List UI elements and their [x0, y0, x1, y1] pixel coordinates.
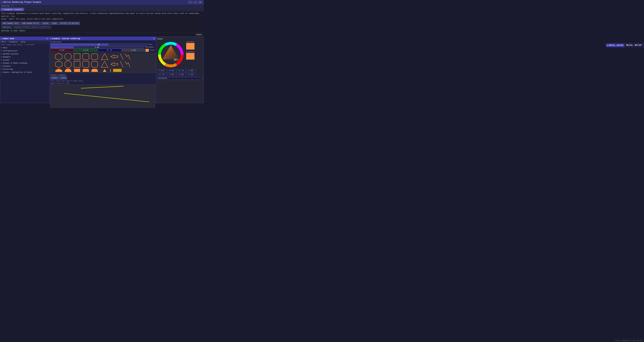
tree-item-layout[interactable]: ▶ Layout [0, 59, 49, 62]
console-tab-icon: ◈ [2, 8, 4, 11]
svg-line-7 [120, 54, 123, 60]
size-slider[interactable]: 36 [50, 43, 147, 46]
console-output: Welcome to Dear ImGui! [0, 29, 204, 33]
tree-label-layout: Layout [3, 59, 10, 61]
picker-s-value[interactable]: S:194 [167, 73, 176, 76]
color-b-label: B: 61 [107, 49, 112, 51]
canvas-section: Canvas example Clear Undo Left-click and… [49, 73, 156, 108]
tree-item-configuration[interactable]: ▶ Configuration [0, 49, 49, 52]
imgui-demo-tree: ▶ Help ▶ Configuration ▶ Window options … [0, 46, 49, 103]
svg-rect-12 [91, 61, 98, 67]
tree-arrow-columns: ▶ [1, 65, 2, 67]
close-button[interactable]: ✕ [198, 1, 202, 4]
tree-label-help: Help [3, 47, 7, 49]
current-original-swatches: Current Original [186, 41, 194, 60]
svg-point-1 [65, 53, 72, 60]
color-values-row1: R:255 G:142 B: 61 A:255 [157, 69, 202, 72]
copy-button[interactable]: Copy [50, 22, 58, 25]
thickness-slider[interactable]: 4.00 [50, 46, 144, 49]
svg-marker-21 [101, 69, 108, 72]
color-channel-r[interactable]: R:255 [50, 49, 74, 52]
drawing-canvas[interactable] [50, 85, 155, 108]
canvas-label: Canvas example [50, 74, 155, 76]
color-picker-panel: Color [156, 37, 204, 103]
thickness-value: 4.00 [50, 46, 144, 49]
options-button[interactable]: Options [1, 26, 12, 29]
canvas-lines-svg [50, 85, 155, 108]
color-channel-a[interactable]: A:255 [122, 49, 145, 52]
svg-point-17 [65, 69, 72, 72]
color-wheel-area: Current Original [157, 41, 202, 68]
console-tab-label: Example: Console [4, 9, 22, 11]
canvas-clear-button[interactable]: Clear [50, 76, 59, 79]
tree-item-columns[interactable]: ▶ Columns [0, 65, 49, 68]
imgui-demo-close-button[interactable]: ✕ [46, 37, 48, 40]
tree-arrow-filtering: ▶ [1, 68, 2, 70]
tree-item-window-options[interactable]: ▶ Window options [0, 52, 49, 55]
picker-h-value[interactable]: H: 18 [157, 73, 166, 76]
thickness-label: Thickness [145, 46, 155, 48]
color-wheel-svg [157, 41, 184, 68]
add-dummy-text-button[interactable]: Add Dummy Text [1, 22, 20, 25]
tree-item-widgets[interactable]: ▶ Widgets [0, 55, 49, 59]
svg-rect-10 [74, 61, 80, 67]
canvas-undo-button[interactable]: Undo [60, 76, 67, 79]
picker-a2-value[interactable]: A:255 [186, 73, 196, 76]
console-filter-row: Options [0, 25, 204, 29]
docking-help[interactable]: (?) [10, 5, 14, 7]
custom-rendering-close-button[interactable]: ✕ [153, 37, 155, 40]
color-wheel-wrapper[interactable] [157, 41, 184, 68]
imgui-demo-panel: ◈ ImGui Demo ✕ Menu Examples Help dear i… [0, 37, 49, 103]
picker-r-value[interactable]: R:255 [157, 69, 166, 72]
clear-button[interactable]: Clear [41, 22, 50, 25]
color-preview-swatch[interactable] [146, 49, 149, 52]
menu-item-examples[interactable]: Examples [8, 41, 18, 43]
color-label: Color [150, 49, 155, 51]
imgui-demo-title: ImGui Demo [3, 38, 14, 40]
console-desc-line2: Enter 'HELP' for help, press TAB to use … [1, 18, 202, 21]
svg-point-9 [65, 61, 72, 68]
tree-arrow-inputs: ▶ [1, 71, 2, 73]
current-label: Current [186, 41, 194, 43]
tree-item-help[interactable]: ▶ Help [0, 46, 49, 49]
color-channel-b[interactable]: B: 61 [98, 49, 122, 52]
tree-arrow-popups: ▶ [1, 62, 2, 64]
console-desc-line1: This example implements a console with b… [1, 12, 202, 18]
tree-item-popups[interactable]: ▶ Popups & Modal windows [0, 62, 49, 65]
picker-b-value[interactable]: B: 61 [176, 69, 186, 72]
custom-rendering-icon: ◈ [50, 37, 52, 40]
docking-label: Docking [1, 5, 9, 7]
maximize-button[interactable]: □ [194, 1, 197, 4]
svg-marker-8 [55, 61, 62, 68]
title-bar: ◈ Native Rendering Plugin Example — □ ✕ [0, 0, 204, 5]
menu-item-help[interactable]: Help [20, 41, 26, 43]
shapes-svg [50, 53, 130, 72]
tree-label-filtering: Filtering [3, 68, 13, 70]
add-dummy-error-button[interactable]: Add Dummy Error [21, 22, 40, 25]
color-channel-g[interactable]: G:142 [74, 49, 98, 52]
tree-item-inputs[interactable]: ▶ Inputs, Navigation & Focus [0, 71, 49, 74]
current-swatch[interactable] [186, 43, 194, 50]
console-tabs: ◈ Example: Console [0, 8, 204, 12]
svg-marker-0 [55, 53, 62, 60]
menu-item-menu[interactable]: Menu [1, 41, 6, 43]
tree-item-filtering[interactable]: ▶ Filtering [0, 68, 49, 71]
svg-marker-6 [111, 55, 118, 58]
tree-arrow-widgets: ▶ [1, 56, 2, 58]
picker-a-value[interactable]: A:255 [186, 69, 196, 72]
canvas-instruction2: Right-click to undo [50, 82, 155, 85]
svg-rect-20 [91, 69, 98, 72]
hex-input[interactable]: #FF8E3DFF [157, 77, 202, 80]
tree-label-columns: Columns [3, 65, 10, 67]
minimize-button[interactable]: — [188, 1, 193, 4]
original-swatch-group: Original [186, 51, 194, 60]
size-label: Size [148, 44, 155, 45]
filter-input[interactable] [14, 26, 51, 29]
console-tab-active[interactable]: ◈ Example: Console [1, 8, 24, 11]
primitives-label: Primitives [50, 41, 62, 43]
original-label: Original [186, 51, 194, 53]
picker-g-value[interactable]: G:142 [167, 69, 176, 72]
scroll-to-bottom-button[interactable]: Scroll to bottom [59, 22, 80, 25]
original-swatch[interactable] [186, 53, 194, 60]
picker-v-value[interactable]: V:255 [176, 73, 186, 76]
